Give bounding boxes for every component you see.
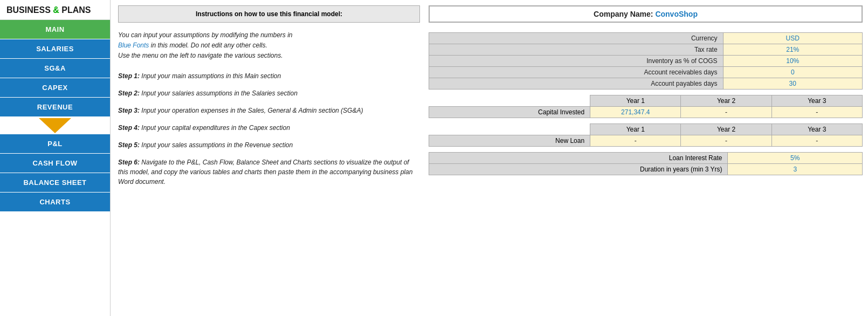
nav-arrow-down xyxy=(0,117,110,134)
loan-col-2: Year 2 xyxy=(681,124,771,135)
loan-col-0 xyxy=(429,124,590,135)
instructions-panel: Instructions on how to use this financia… xyxy=(118,5,420,311)
nav-btn-salaries[interactable]: SALARIES xyxy=(0,39,110,59)
logo-plans: PLANS xyxy=(59,5,91,15)
step-text-6: Navigate to the P&L, Cash Flow, Balance … xyxy=(118,159,412,186)
intro-blue: Blue Fonts xyxy=(118,42,149,49)
nav-btn-balance-sheet[interactable]: BALANCE SHEET xyxy=(0,173,110,193)
capital-row-label: Capital Invested xyxy=(429,107,590,118)
loan-settings-label: Loan Interest Rate xyxy=(429,153,728,164)
settings-row: Currency USD xyxy=(429,33,863,44)
loan-col-1: Year 1 xyxy=(590,124,681,135)
step-label-1: Step 1: xyxy=(118,72,140,80)
capital-col-3: Year 3 xyxy=(771,95,862,107)
loan-rate-table: Loan Interest Rate 5%Duration in years (… xyxy=(429,152,863,175)
sidebar: BUSINESS & PLANS MAIN SALARIES SG&A CAPE… xyxy=(0,0,111,316)
settings-row: Account payables days 30 xyxy=(429,78,863,90)
company-value: ConvoShop xyxy=(655,10,698,18)
intro-line2: in this model. Do not edit any other cel… xyxy=(149,42,267,49)
capital-value-1[interactable]: - xyxy=(681,107,771,118)
loan-table: Year 1Year 2Year 3 New Loan--- xyxy=(429,123,863,147)
capital-value-0[interactable]: 271,347.4 xyxy=(590,107,681,118)
settings-row: Account receivables days 0 xyxy=(429,67,863,78)
main-content: Instructions on how to use this financia… xyxy=(111,0,868,316)
intro-line3: Use the menu on the left to navigate the… xyxy=(118,52,283,59)
loan-settings-row: Duration in years (min 3 Yrs) 3 xyxy=(429,164,863,175)
step-text-4: Input your capital expenditures in the C… xyxy=(140,124,290,132)
logo-text: BUSINESS & PLANS xyxy=(6,5,91,15)
capital-col-0 xyxy=(429,95,590,107)
step-label-3: Step 3: xyxy=(118,107,140,114)
nav-btn-main[interactable]: MAIN xyxy=(0,20,110,39)
step-label-4: Step 4: xyxy=(118,124,140,132)
loan-value-1[interactable]: - xyxy=(681,135,771,147)
logo-area: BUSINESS & PLANS xyxy=(0,0,110,20)
steps-container: Step 1: Input your main assumptions in t… xyxy=(118,71,420,187)
company-label: Company Name: xyxy=(594,10,653,18)
step-text-3: Input your operation expenses in the Sal… xyxy=(140,107,363,114)
loan-settings-value[interactable]: 3 xyxy=(728,164,863,175)
settings-value[interactable]: 10% xyxy=(723,56,862,67)
step-text-5: Input your sales assumptions in the Reve… xyxy=(140,141,293,149)
capital-value-2[interactable]: - xyxy=(771,107,862,118)
loan-value-0[interactable]: - xyxy=(590,135,681,147)
company-name-box: Company Name: ConvoShop xyxy=(429,5,863,23)
nav-btn-pl[interactable]: P&L xyxy=(0,134,110,154)
settings-row: Tax rate 21% xyxy=(429,44,863,56)
settings-value[interactable]: 30 xyxy=(723,78,862,90)
settings-label: Account receivables days xyxy=(429,67,724,78)
settings-table: Currency USDTax rate 21%Inventory as % o… xyxy=(429,32,863,90)
step-label-6: Step 6: xyxy=(118,159,140,166)
step-3: Step 3: Input your operation expenses in… xyxy=(118,106,420,115)
capital-col-1: Year 1 xyxy=(590,95,681,107)
capital-col-2: Year 2 xyxy=(681,95,771,107)
intro-line1: You can input your assumptions by modify… xyxy=(118,31,293,39)
step-2: Step 2: Input your salaries assumptions … xyxy=(118,88,420,98)
step-label-5: Step 5: xyxy=(118,141,140,149)
nav-btn-revenue[interactable]: REVENUE xyxy=(0,98,110,117)
instruction-header: Instructions on how to use this financia… xyxy=(118,5,420,23)
step-text-2: Input your salaries assumptions in the S… xyxy=(140,90,298,97)
step-6: Step 6: Navigate to the P&L, Cash Flow, … xyxy=(118,157,420,187)
loan-data-row: New Loan--- xyxy=(429,135,863,147)
settings-label: Account payables days xyxy=(429,78,724,90)
settings-row: Inventory as % of COGS 10% xyxy=(429,56,863,67)
nav-btn-cash-flow[interactable]: CASH FLOW xyxy=(0,154,110,173)
settings-label: Currency xyxy=(429,33,724,44)
logo-amp: & xyxy=(53,5,59,15)
instruction-intro: You can input your assumptions by modify… xyxy=(118,28,420,64)
data-panel: Company Name: ConvoShop Currency USDTax … xyxy=(429,5,863,311)
nav-btn-capex[interactable]: CAPEX xyxy=(0,78,110,98)
loan-value-2[interactable]: - xyxy=(771,135,862,147)
loan-settings-value[interactable]: 5% xyxy=(728,153,863,164)
capital-header-row: Year 1Year 2Year 3 xyxy=(429,95,863,107)
nav-btn-charts[interactable]: CHARTS xyxy=(0,193,110,212)
step-1: Step 1: Input your main assumptions in t… xyxy=(118,71,420,81)
settings-value[interactable]: 0 xyxy=(723,67,862,78)
nav-btn-sga[interactable]: SG&A xyxy=(0,59,110,78)
step-5: Step 5: Input your sales assumptions in … xyxy=(118,140,420,150)
capital-data-row: Capital Invested271,347.4-- xyxy=(429,107,863,118)
loan-settings-row: Loan Interest Rate 5% xyxy=(429,153,863,164)
step-text-1: Input your main assumptions in this Main… xyxy=(140,72,281,80)
loan-row-label: New Loan xyxy=(429,135,590,147)
loan-col-3: Year 3 xyxy=(771,124,862,135)
loan-header-row: Year 1Year 2Year 3 xyxy=(429,124,863,135)
loan-settings-label: Duration in years (min 3 Yrs) xyxy=(429,164,728,175)
settings-label: Tax rate xyxy=(429,44,724,56)
arrow-icon xyxy=(39,118,71,133)
capital-table: Year 1Year 2Year 3 Capital Invested271,3… xyxy=(429,95,863,118)
settings-label: Inventory as % of COGS xyxy=(429,56,724,67)
step-4: Step 4: Input your capital expenditures … xyxy=(118,123,420,133)
step-label-2: Step 2: xyxy=(118,90,140,97)
logo-business: BUSINESS xyxy=(6,5,53,15)
settings-value[interactable]: USD xyxy=(723,33,862,44)
settings-value[interactable]: 21% xyxy=(723,44,862,56)
